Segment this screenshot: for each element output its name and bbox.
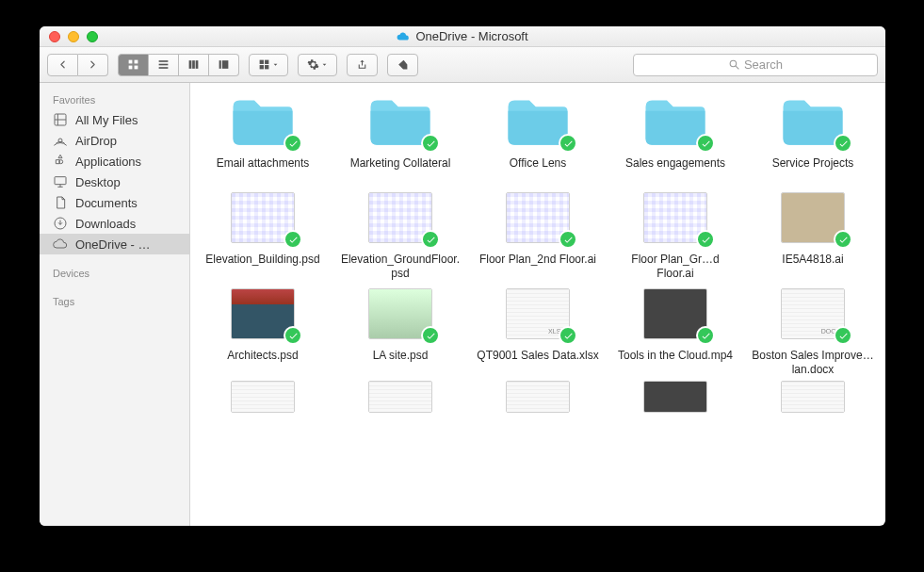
share-icon bbox=[355, 58, 369, 71]
forward-button[interactable] bbox=[78, 54, 108, 76]
sidebar-item-desktop[interactable]: Desktop bbox=[40, 172, 189, 192]
file-item[interactable]: IE5A4818.ai bbox=[744, 188, 882, 281]
tags-button[interactable] bbox=[387, 54, 418, 76]
nav-buttons bbox=[47, 54, 108, 76]
check-icon bbox=[701, 139, 711, 149]
sidebar-item-applications[interactable]: Applications bbox=[40, 151, 189, 172]
file-name: Floor Plan_2nd Floor.ai bbox=[479, 253, 596, 281]
sync-check-badge bbox=[284, 134, 302, 153]
file-item[interactable]: Floor Plan_2nd Floor.ai bbox=[469, 188, 607, 281]
grid-icon bbox=[126, 58, 140, 71]
search-field[interactable]: Search bbox=[633, 54, 878, 76]
check-icon bbox=[563, 139, 574, 149]
search-icon bbox=[728, 58, 740, 71]
sidebar-item-all-my-files[interactable]: All My Files bbox=[40, 109, 189, 130]
file-name: Floor Plan_Gr…d Floor.ai bbox=[614, 253, 737, 281]
sync-check-badge bbox=[421, 134, 440, 153]
gallery-icon bbox=[217, 58, 231, 71]
sidebar-item-onedrive[interactable]: OneDrive - … bbox=[40, 234, 189, 254]
file-grid: Email attachmentsMarketing CollateralOff… bbox=[190, 83, 885, 526]
file-item[interactable] bbox=[744, 381, 882, 413]
sync-check-badge bbox=[696, 230, 715, 249]
folder-item[interactable]: Email attachments bbox=[194, 92, 332, 185]
columns-icon bbox=[186, 58, 201, 71]
file-item[interactable]: Elevation_Building.psd bbox=[194, 188, 332, 281]
file-name: QT9001 Sales Data.xlsx bbox=[477, 349, 598, 377]
file-item[interactable]: DOCXBoston Sales Improve…lan.docx bbox=[744, 285, 882, 377]
list-icon bbox=[156, 58, 170, 71]
file-name: LA site.psd bbox=[373, 349, 429, 377]
sidebar-heading-devices: Devices bbox=[40, 264, 189, 283]
sidebar-item-airdrop[interactable]: AirDrop bbox=[40, 130, 189, 151]
file-item[interactable] bbox=[194, 381, 332, 413]
check-icon bbox=[288, 235, 299, 245]
back-button[interactable] bbox=[47, 54, 78, 76]
gear-icon bbox=[306, 58, 320, 71]
file-item[interactable]: Tools in the Cloud.mp4 bbox=[607, 285, 744, 377]
sidebar-heading-favorites: Favorites bbox=[40, 90, 189, 109]
gallery-view-button[interactable] bbox=[209, 54, 239, 76]
group-by-menu[interactable] bbox=[249, 54, 288, 76]
window-controls bbox=[49, 31, 98, 42]
sync-check-badge bbox=[696, 326, 715, 345]
sync-check-badge bbox=[284, 230, 302, 249]
check-icon bbox=[288, 331, 299, 341]
sidebar-item-documents[interactable]: Documents bbox=[40, 192, 189, 213]
file-name: Tools in the Cloud.mp4 bbox=[618, 349, 733, 377]
file-item[interactable]: Elevation_GroundFloor.psd bbox=[332, 188, 469, 281]
file-name: Office Lens bbox=[510, 156, 566, 185]
file-item[interactable] bbox=[332, 381, 469, 413]
file-name: Elevation_Building.psd bbox=[205, 253, 319, 281]
file-item[interactable] bbox=[469, 381, 607, 413]
action-menu[interactable] bbox=[298, 54, 337, 76]
group-icon bbox=[257, 58, 271, 71]
chevron-left-icon bbox=[56, 58, 70, 71]
file-item[interactable]: Architects.psd bbox=[194, 285, 332, 377]
cloud-icon bbox=[397, 30, 410, 43]
file-name: Architects.psd bbox=[227, 349, 298, 377]
share-button[interactable] bbox=[347, 54, 378, 76]
zoom-window-button[interactable] bbox=[87, 31, 98, 42]
sync-check-badge bbox=[421, 326, 440, 345]
list-view-button[interactable] bbox=[149, 54, 179, 76]
file-thumbnail bbox=[643, 381, 707, 413]
check-icon bbox=[563, 235, 574, 245]
sidebar-item-downloads[interactable]: Downloads bbox=[40, 213, 189, 234]
check-icon bbox=[838, 139, 849, 149]
column-view-button[interactable] bbox=[179, 54, 209, 76]
folder-item[interactable]: Marketing Collateral bbox=[332, 92, 469, 185]
file-item[interactable]: XLSXQT9001 Sales Data.xlsx bbox=[469, 285, 607, 377]
sync-check-badge bbox=[834, 230, 852, 249]
cloud-icon bbox=[53, 237, 68, 252]
file-name: Sales engagements bbox=[625, 156, 725, 185]
downloads-icon bbox=[53, 216, 68, 231]
sync-check-badge bbox=[559, 134, 577, 153]
tag-icon bbox=[396, 58, 410, 71]
file-thumbnail bbox=[231, 381, 295, 413]
check-icon bbox=[701, 331, 711, 341]
check-icon bbox=[288, 139, 299, 149]
file-item[interactable]: LA site.psd bbox=[332, 285, 469, 377]
check-icon bbox=[701, 235, 711, 245]
folder-item[interactable]: Sales engagements bbox=[607, 92, 744, 185]
file-thumbnail bbox=[368, 381, 432, 413]
window-body: Favorites All My Files AirDrop Applicati… bbox=[40, 83, 885, 526]
chevron-down-icon bbox=[271, 58, 280, 71]
chevron-right-icon bbox=[86, 58, 100, 71]
file-name: Marketing Collateral bbox=[350, 156, 451, 185]
file-thumbnail bbox=[506, 381, 570, 413]
file-item[interactable]: Floor Plan_Gr…d Floor.ai bbox=[607, 188, 744, 281]
close-window-button[interactable] bbox=[49, 31, 60, 42]
file-name: IE5A4818.ai bbox=[782, 253, 843, 281]
minimize-window-button[interactable] bbox=[68, 31, 79, 42]
all-my-files-icon bbox=[53, 112, 68, 127]
file-item[interactable] bbox=[607, 381, 744, 413]
check-icon bbox=[426, 331, 436, 341]
folder-item[interactable]: Service Projects bbox=[744, 92, 882, 185]
finder-window: OneDrive - Microsoft Search bbox=[40, 26, 885, 526]
folder-item[interactable]: Office Lens bbox=[469, 92, 607, 185]
icon-view-button[interactable] bbox=[118, 54, 149, 76]
file-name: Elevation_GroundFloor.psd bbox=[339, 253, 462, 281]
sync-check-badge bbox=[834, 326, 852, 345]
check-icon bbox=[838, 235, 849, 245]
